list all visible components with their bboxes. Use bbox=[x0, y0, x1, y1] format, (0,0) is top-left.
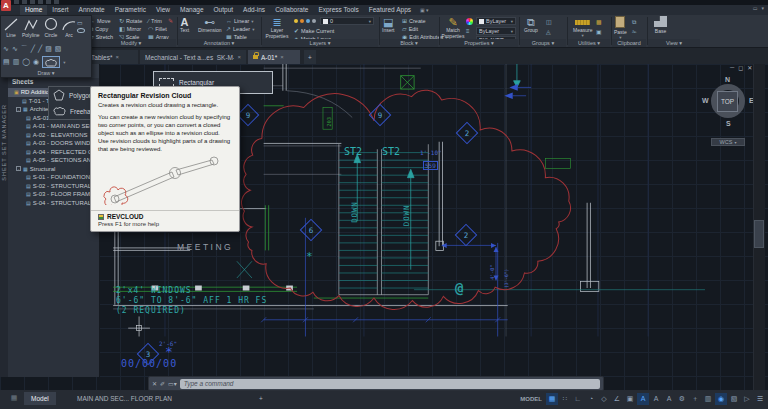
tab-view[interactable]: View bbox=[151, 5, 175, 15]
viewcube-west[interactable]: W bbox=[702, 97, 709, 104]
ellipse-tool-icon[interactable] bbox=[77, 28, 85, 33]
snap-icon[interactable]: ∷ bbox=[559, 393, 571, 405]
tree-item-sheet[interactable]: ▤A-05 - SECTIONS AND DE bbox=[8, 156, 99, 165]
circle-button[interactable]: Circle bbox=[43, 17, 59, 38]
copy-clip-icon[interactable]: ⧉ bbox=[632, 18, 636, 26]
id-point-icon[interactable]: ▣ bbox=[596, 28, 602, 36]
revision-cloud-button[interactable] bbox=[42, 56, 60, 68]
tab-manage[interactable]: Manage bbox=[175, 5, 209, 15]
create-block-button[interactable]: ⊞Create bbox=[402, 17, 426, 25]
panel-label-layers[interactable]: Layers ▾ bbox=[262, 39, 378, 47]
viewcube-wcs-dropdown[interactable]: WCS▾ bbox=[711, 138, 745, 146]
collapse-icon[interactable]: - bbox=[16, 166, 21, 171]
layer-properties-button[interactable]: ≣Layer Properties bbox=[264, 16, 290, 39]
panel-label-draw[interactable]: Draw ▾ bbox=[1, 70, 91, 76]
isolate-objects-icon[interactable]: ▥ bbox=[702, 393, 714, 405]
line-button[interactable]: Line bbox=[3, 17, 19, 38]
rotate-button[interactable]: ↻Rotate bbox=[119, 17, 142, 25]
dimension-button[interactable]: ⊷Dimension bbox=[198, 16, 222, 34]
graphics-performance-icon[interactable]: ▧ bbox=[728, 393, 740, 405]
panel-label-annotation[interactable]: Annotation ▾ bbox=[178, 39, 260, 47]
command-input[interactable]: Type a command bbox=[180, 379, 600, 389]
mirror-button[interactable]: ◧Mirror bbox=[119, 25, 141, 33]
insert-button[interactable]: ⬓Insert bbox=[382, 16, 395, 34]
customize-command-icon[interactable]: ✐ bbox=[160, 380, 165, 387]
polyline-button[interactable]: Polyline bbox=[22, 17, 40, 38]
tab-output[interactable]: Output bbox=[209, 5, 239, 15]
cut-clip-icon[interactable]: ✁ bbox=[632, 28, 637, 36]
hardware-acceleration-icon[interactable]: ◉ bbox=[715, 393, 727, 405]
flyout-row-3[interactable]: ▤▥◯◉ ▾ bbox=[3, 56, 65, 68]
tree-item-sheet[interactable]: ▤A-02 - ELEVATIONS bbox=[8, 131, 99, 140]
tab-overflow-icon[interactable]: ▣ ▾ bbox=[420, 7, 429, 13]
tab-collaborate[interactable]: Collaborate bbox=[270, 5, 313, 15]
sheets-header[interactable]: Sheets bbox=[12, 78, 33, 85]
model-tab[interactable]: Model bbox=[24, 392, 56, 405]
trim-button[interactable]: ∕Trim bbox=[148, 17, 162, 25]
rectangle-tool-icon[interactable]: ▭ bbox=[77, 19, 83, 26]
angle-override-icon[interactable]: ∠ bbox=[611, 393, 623, 405]
object-color-dropdown[interactable]: ByLayer▾ bbox=[476, 17, 516, 25]
canvas-scrollbar-thumb[interactable] bbox=[754, 220, 764, 248]
group-edit-icon[interactable]: ◬ bbox=[546, 28, 551, 36]
edit-block-button[interactable]: ▱Edit bbox=[402, 25, 418, 33]
tree-item-sheet[interactable]: ▤S-04 - STRUCTURAL SECT bbox=[8, 199, 99, 208]
close-command-icon[interactable]: ✕ bbox=[152, 380, 157, 387]
panel-label-clipboard[interactable]: Clipboard bbox=[612, 39, 646, 47]
viewcube-top-face[interactable]: TOP bbox=[717, 91, 738, 112]
tab-featured-apps[interactable]: Featured Apps bbox=[364, 5, 416, 15]
linear-button[interactable]: ↔Linear▾ bbox=[226, 17, 254, 25]
ribbon-minimize-icon[interactable]: ▭▾ bbox=[753, 5, 764, 11]
ungroup-icon[interactable]: ◫ bbox=[546, 18, 552, 26]
text-button[interactable]: AText bbox=[180, 16, 189, 34]
make-current-button[interactable]: ✔Make Current bbox=[294, 27, 334, 35]
object-snap-icon[interactable]: ▣ bbox=[624, 393, 636, 405]
annotation-autoscale-icon[interactable]: A bbox=[650, 393, 662, 405]
app-logo[interactable]: A bbox=[1, 0, 11, 11]
close-tab-icon[interactable]: × bbox=[237, 54, 241, 60]
new-layout-button[interactable]: + bbox=[252, 392, 270, 405]
panel-label-block[interactable]: Block ▾ bbox=[380, 39, 438, 47]
tab-parametric[interactable]: Parametric bbox=[110, 5, 151, 15]
file-tab-a01[interactable]: A-01*× bbox=[248, 50, 300, 64]
annotation-visibility-icon[interactable]: A bbox=[637, 393, 649, 405]
drawing-window-controls[interactable]: ─ ◻ ✕ bbox=[730, 64, 752, 71]
customize-status-icon[interactable]: ☰ bbox=[754, 393, 766, 405]
paste-button[interactable]: Paste▾ bbox=[614, 16, 627, 40]
tab-insert[interactable]: Insert bbox=[47, 5, 73, 15]
erase-icon[interactable]: ✎ bbox=[168, 17, 173, 25]
tree-item-sheet[interactable]: ▤A-03 - DOORS WINDOWS bbox=[8, 139, 99, 148]
clean-screen-icon[interactable]: ▷ bbox=[741, 393, 753, 405]
tab-home[interactable]: Home bbox=[20, 5, 47, 15]
fillet-button[interactable]: ◠Fillet bbox=[148, 25, 167, 33]
close-tab-icon[interactable]: × bbox=[115, 54, 119, 60]
recent-commands-icon[interactable]: ▭▾ bbox=[168, 380, 177, 387]
tab-addins[interactable]: Add-ins bbox=[238, 5, 270, 15]
layout-tab-floor-plan[interactable]: MAIN AND SEC... FLOOR PLAN bbox=[70, 392, 179, 405]
palette-title-strip[interactable]: SHEET SET MANAGER bbox=[0, 64, 8, 377]
polar-tracking-icon[interactable]: ◔ bbox=[585, 393, 597, 405]
panel-label-groups[interactable]: Groups ▾ bbox=[520, 39, 566, 47]
flyout-row-2[interactable]: ∿∿⌒╱╱▨▧ bbox=[3, 44, 61, 54]
viewcube-south[interactable]: S bbox=[726, 120, 731, 127]
tree-item-sheet[interactable]: ▤S-01 - FOUNDATION PLA bbox=[8, 173, 99, 182]
tab-annotate[interactable]: Annotate bbox=[74, 5, 110, 15]
layout-grid-icon[interactable]: ▦ bbox=[8, 392, 20, 404]
viewcube-north[interactable]: N bbox=[725, 76, 730, 83]
move-button[interactable]: ↔Move bbox=[89, 17, 110, 25]
panel-label-utilities[interactable]: Utilities ▾ bbox=[568, 39, 610, 47]
tree-item-sheet[interactable]: ▤A-01 - MAIN AND SECON bbox=[8, 122, 99, 131]
grid-icon[interactable]: ▦ bbox=[546, 393, 558, 405]
annotation-scale-icon[interactable]: A bbox=[663, 393, 675, 405]
group-button[interactable]: ⧉Group bbox=[524, 16, 538, 34]
panel-label-properties[interactable]: Properties ▾ bbox=[440, 39, 518, 47]
layer-dropdown[interactable]: 0▾ bbox=[320, 17, 374, 25]
tree-item-subset[interactable]: -▦Structural bbox=[8, 165, 99, 174]
tree-item-sheet[interactable]: ▤S-03 - FLOOR FRAMING bbox=[8, 190, 99, 199]
workspace-gear-icon[interactable]: ⚙ bbox=[676, 393, 688, 405]
annotation-monitor-icon[interactable]: ＋ bbox=[689, 393, 701, 405]
new-drawing-tab-button[interactable]: + bbox=[304, 50, 316, 64]
leader-button[interactable]: ↗Leader▾ bbox=[226, 25, 254, 33]
chevron-down-icon[interactable]: ▾ bbox=[63, 60, 65, 65]
file-tab-mechanical[interactable]: Mechanical - Text a...es_SK-M-DR-0001-RA… bbox=[140, 50, 246, 64]
